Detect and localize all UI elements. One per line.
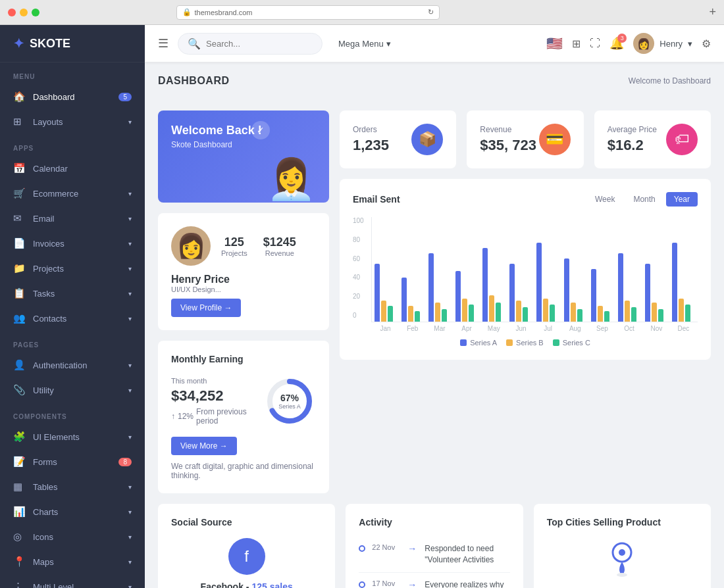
chart-title: Email Sent	[353, 194, 400, 205]
tasks-icon: 📋	[13, 287, 26, 299]
search-icon: 🔍	[188, 37, 201, 50]
profile-name: Henry Price	[171, 274, 230, 285]
sidebar-item-contacts[interactable]: 👥 Contacts ▾	[0, 306, 145, 331]
orders-value: 1,235	[353, 137, 389, 154]
user-chevron: ▾	[688, 39, 692, 49]
series-b-bar	[543, 299, 548, 322]
series-a-bar	[482, 248, 488, 322]
sidebar-item-ui-elements[interactable]: 🧩 UI Elements ▾	[0, 424, 145, 449]
svg-point-3	[619, 549, 625, 556]
series-c-bar	[685, 305, 690, 322]
apps-section-label: APPS	[0, 134, 145, 156]
series-b-bar	[462, 299, 467, 322]
year-tab[interactable]: Year	[666, 192, 698, 207]
chevron-icon: ▾	[128, 433, 132, 441]
sidebar-item-tables[interactable]: ▦ Tables ▾	[0, 474, 145, 499]
social-sales: 125 sales	[251, 581, 292, 588]
bar-group	[645, 264, 668, 322]
revenue-icon: 💳	[539, 124, 571, 155]
notification-badge: 3	[617, 34, 627, 43]
sidebar-item-label: Layouts	[33, 117, 63, 127]
sidebar-item-forms[interactable]: 📝 Forms 8	[0, 449, 145, 474]
layouts-icon: ⊞	[13, 116, 26, 128]
settings-icon[interactable]: ⚙	[702, 37, 711, 50]
sidebar-item-invoices[interactable]: 📄 Invoices ▾	[0, 231, 145, 256]
activity-circle	[359, 545, 365, 552]
view-more-button[interactable]: View More →	[171, 437, 237, 455]
minimize-dot[interactable]	[20, 9, 28, 16]
ring-percent: 67%	[278, 393, 301, 403]
chevron-icon: ▾	[128, 362, 132, 369]
sidebar-item-label: Tables	[33, 482, 58, 492]
sidebar-item-dashboard[interactable]: 🏠 Dashboard 5	[0, 84, 145, 109]
url-bar[interactable]: 🔒 themesbrand.com ↻	[176, 5, 440, 20]
chevron-icon: ▾	[128, 315, 132, 322]
activity-card: Activity 22 Nov → Responded to need "Vol…	[346, 504, 523, 588]
sidebar-item-tasks[interactable]: 📋 Tasks ▾	[0, 281, 145, 306]
hamburger-button[interactable]: ☰	[158, 36, 168, 51]
refresh-icon[interactable]: ↻	[428, 8, 434, 16]
series-c-bar	[604, 311, 609, 322]
legend-c: Series C	[563, 339, 590, 347]
sidebar-item-label: Email	[33, 214, 55, 224]
utility-icon: 📎	[13, 384, 26, 396]
maps-icon: 📍	[13, 556, 26, 568]
new-tab-button[interactable]: +	[709, 5, 716, 19]
sidebar-item-label: Calendar	[33, 164, 68, 174]
sidebar-item-maps[interactable]: 📍 Maps ▾	[0, 549, 145, 574]
bar-group	[536, 243, 559, 322]
notifications-button[interactable]: 🔔 3	[609, 36, 624, 51]
close-dot[interactable]	[8, 9, 16, 16]
series-c-bar	[496, 303, 501, 322]
mega-menu-button[interactable]: Mega Menu ▾	[332, 35, 398, 53]
sidebar-item-label: Tasks	[33, 289, 55, 299]
chevron-icon: ▾	[128, 240, 132, 247]
sidebar-item-authentication[interactable]: 👤 Authentication ▾	[0, 353, 145, 378]
svg-point-4	[617, 573, 627, 577]
week-tab[interactable]: Week	[587, 192, 623, 207]
sidebar-item-layouts[interactable]: ⊞ Layouts ▾	[0, 109, 145, 134]
page-header: DASHBOARD Welcome to Dashboard	[158, 75, 711, 87]
sidebar-item-utility[interactable]: 📎 Utility ▾	[0, 378, 145, 403]
activity-title: Activity	[359, 517, 509, 527]
chevron-icon: ▾	[128, 483, 132, 491]
arrow-icon: →	[407, 543, 418, 554]
view-profile-button[interactable]: View Profile →	[171, 299, 241, 317]
auth-icon: 👤	[13, 359, 26, 371]
grid-icon[interactable]: ⊞	[572, 37, 581, 50]
sidebar-item-charts[interactable]: 📊 Charts ▾	[0, 499, 145, 524]
bar-group	[509, 264, 532, 322]
bar-group	[482, 248, 505, 322]
series-c-bar	[577, 309, 582, 322]
user-menu-button[interactable]: 👩 Henry ▾	[633, 33, 692, 54]
sidebar-item-icons[interactable]: ◎ Icons ▾	[0, 524, 145, 549]
cities-title: Top Cities Selling Product	[547, 517, 698, 527]
fullscreen-icon[interactable]: ⛶	[590, 37, 600, 49]
x-label-jan: Jan	[374, 325, 397, 332]
bar-group	[564, 258, 587, 322]
series-b-bar	[489, 295, 494, 322]
search-input[interactable]	[206, 39, 311, 49]
chart-legend: Series A Series B Series C	[353, 339, 698, 347]
flag-icon[interactable]: 🇺🇸	[546, 36, 563, 51]
bottom-row: Social Source f Facebook - 125 sales Mae…	[158, 504, 711, 588]
bar-group	[618, 253, 641, 322]
series-c-bar	[523, 307, 528, 322]
sidebar-item-projects[interactable]: 📁 Projects ▾	[0, 256, 145, 281]
welcome-card: Welcome Back ! Skote Dashboard ✓ 👩‍💼	[158, 110, 329, 203]
maximize-dot[interactable]	[32, 9, 39, 16]
contacts-icon: 👥	[13, 312, 26, 324]
sidebar-item-calendar[interactable]: 📅 Calendar	[0, 156, 145, 181]
month-tab[interactable]: Month	[625, 192, 663, 207]
x-label-feb: Feb	[401, 325, 424, 332]
sidebar-item-label: Ecommerce	[33, 189, 78, 199]
sidebar-item-email[interactable]: ✉ Email ▾	[0, 206, 145, 231]
sidebar-item-label: Dashboard	[33, 92, 75, 102]
sidebar-item-multi-level[interactable]: ⋮ Multi Level ▾	[0, 574, 145, 588]
orders-stat-card: Orders 1,235 📦	[340, 110, 456, 168]
x-label-sep: Sep	[590, 325, 613, 332]
sidebar-item-ecommerce[interactable]: 🛒 Ecommerce ▾	[0, 181, 145, 206]
mega-menu-chevron: ▾	[386, 39, 391, 49]
activity-item: 17 Nov → Everyone realizes why a new com…	[359, 573, 509, 588]
chevron-icon: ▾	[128, 215, 132, 222]
